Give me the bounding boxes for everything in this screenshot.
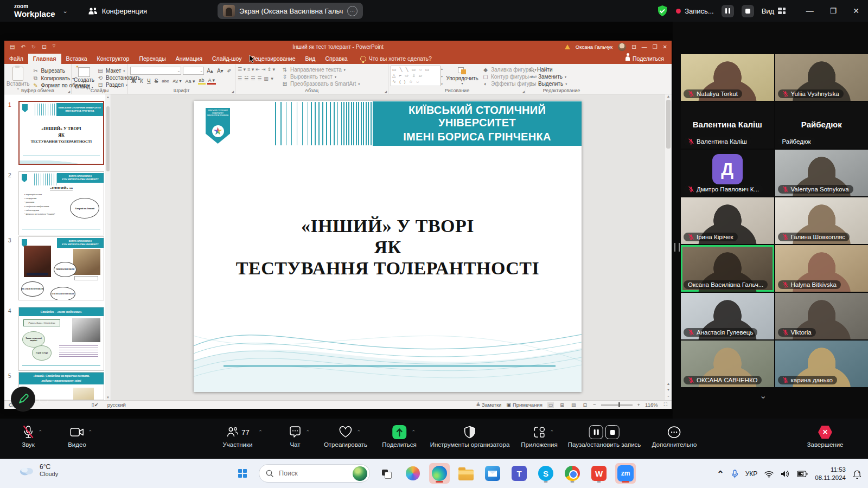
apps-button[interactable]: ⌃ Приложения bbox=[521, 424, 557, 448]
shadow-button[interactable]: abc bbox=[161, 79, 170, 84]
char-spacing-button[interactable]: AV̲ ▾ bbox=[171, 79, 182, 84]
tab-shared-screen[interactable]: Экран (Оксана Василівна Гальч ⋯ bbox=[218, 3, 363, 19]
align-center-button[interactable]: ☱ bbox=[244, 76, 249, 81]
dialog-launcher-icon[interactable]: ◢ bbox=[384, 89, 387, 93]
font-color-button[interactable]: A ▾ bbox=[207, 78, 216, 85]
account-avatar[interactable] bbox=[618, 43, 626, 51]
new-slide-button[interactable]: Создать слайд ▾ bbox=[74, 66, 94, 89]
participant-tile-Ірина Кірічек[interactable]: Ірина Кірічек bbox=[681, 197, 774, 244]
convert-smartart-button[interactable]: ⊞Преобразовать в SmartArt▾ bbox=[282, 81, 360, 87]
annotation-pencil-button[interactable] bbox=[11, 387, 35, 411]
text-direction-button[interactable]: ⇅Направление текста▾ bbox=[282, 67, 360, 73]
dialog-launcher-icon[interactable]: ◢ bbox=[522, 89, 525, 93]
host-tools-button[interactable]: Инструменты организатора bbox=[430, 424, 510, 448]
underline-button[interactable]: Ч bbox=[146, 78, 152, 84]
strikethrough-button[interactable]: S bbox=[154, 78, 159, 84]
wps-button[interactable]: W bbox=[589, 463, 609, 484]
participant-tile-карина данько[interactable]: карина данько bbox=[775, 341, 868, 387]
decrease-indent-button[interactable]: ⇤ bbox=[256, 67, 260, 72]
audio-button[interactable]: ⌃ Звук bbox=[22, 424, 35, 448]
thumbnail-scrollbar[interactable]: ▲▼ bbox=[105, 94, 111, 400]
tab-meeting[interactable]: Конференция bbox=[88, 7, 147, 15]
clock[interactable]: 11:53 08.11.2024 bbox=[815, 466, 846, 482]
more-button[interactable]: Дополнительно bbox=[652, 424, 697, 448]
account-name[interactable]: Оксана Гальчук bbox=[576, 44, 612, 50]
align-left-button[interactable]: ☰ bbox=[238, 76, 242, 81]
restore-button[interactable]: ❐ bbox=[830, 7, 837, 15]
participant-tile-ОКСАНА САВЧЕНКО[interactable]: ОКСАНА САВЧЕНКО bbox=[681, 341, 774, 387]
participant-tile-Valentyna Sotnykova[interactable]: Valentyna Sotnykova bbox=[775, 150, 868, 196]
volume-icon[interactable] bbox=[781, 470, 790, 478]
ppt-close-button[interactable]: ✕ bbox=[663, 44, 667, 50]
weather-widget[interactable]: 6°C Cloudy bbox=[18, 463, 58, 477]
font-name-select[interactable]: ⌄ bbox=[130, 67, 181, 75]
ppt-tab-Вставка[interactable]: Вставка bbox=[61, 54, 92, 64]
bullets-button[interactable]: ☰ ▾ bbox=[238, 67, 246, 72]
participant-tile-Анастасія Гулевець[interactable]: Анастасія Гулевець bbox=[681, 293, 774, 339]
taskbar-search[interactable] bbox=[259, 464, 370, 483]
shapes-scroll[interactable]: ▴▾▾ bbox=[441, 66, 443, 87]
slide-thumbnail-1[interactable]: 1 КИЇВСЬКИЙ СТОЛИЧНИЙ УНІВЕРСИТЕТІМЕНІ Б… bbox=[4, 101, 107, 166]
shapes-gallery[interactable]: ▭ ╲ ╲ ▭ ○ ▭ △ ⌐ ⇨ ⇩ ▱ ∿ ( ) ☆ ⌣ bbox=[391, 66, 441, 86]
zoom-in-button[interactable]: + bbox=[637, 402, 641, 408]
slide-thumbnail-2[interactable]: 2 BORYS GRINCHENKOKYIV METROPOLITAN UNIV… bbox=[4, 171, 107, 236]
start-button[interactable] bbox=[232, 463, 253, 484]
minimize-button[interactable]: — bbox=[806, 7, 814, 15]
stop-recording-button[interactable] bbox=[742, 5, 754, 17]
teams-button[interactable]: T bbox=[509, 463, 529, 484]
columns-button[interactable]: ▥ ▾ bbox=[264, 76, 274, 81]
participant-tile-Дмитро Павлович К...[interactable]: ДДмитро Павлович К... bbox=[681, 150, 774, 196]
participant-tile-Halyna Bitkivska[interactable]: Halyna Bitkivska bbox=[775, 245, 868, 292]
tray-mic-icon[interactable] bbox=[731, 470, 738, 479]
ribbon-display-options-icon[interactable]: ⊟ bbox=[631, 44, 636, 50]
arrange-button[interactable]: Упорядочить▾ bbox=[446, 66, 478, 87]
more-options-icon[interactable]: ⋯ bbox=[347, 6, 358, 16]
dialog-launcher-icon[interactable]: ◢ bbox=[67, 89, 70, 93]
react-button[interactable]: ⌃ Отреагировать bbox=[324, 424, 367, 448]
participant-tile-Nataliya Torkut[interactable]: Nataliya Torkut bbox=[681, 54, 774, 101]
justify-button[interactable]: ☰ bbox=[257, 76, 262, 81]
view-button[interactable]: Вид bbox=[762, 7, 786, 15]
end-meeting-button[interactable]: ✕ Завершение bbox=[807, 424, 844, 448]
ppt-tab-Справка[interactable]: Справка bbox=[321, 54, 353, 64]
slideshow-view-button[interactable]: ⊡ bbox=[582, 402, 588, 408]
pause-recording-button[interactable] bbox=[722, 5, 734, 17]
tell-me-box[interactable]: Что вы хотите сделать? bbox=[360, 55, 432, 64]
ppt-tab-Вид[interactable]: Вид bbox=[301, 54, 321, 64]
ppt-share-button[interactable]: Поделиться bbox=[626, 55, 664, 64]
ppt-tab-Главная[interactable]: Главная bbox=[28, 54, 61, 64]
participant-tile-Галина Шовкопляс[interactable]: Галина Шовкопляс bbox=[775, 197, 868, 244]
search-input[interactable] bbox=[278, 469, 348, 478]
main-slide[interactable]: КИЇВСЬКИЙ СТОЛИЧНИЙ УНІВЕРСИТЕТІМЕНІ БОР… bbox=[194, 101, 582, 392]
chat-button[interactable]: ⌃ Чат bbox=[289, 424, 302, 448]
zoom-slider[interactable] bbox=[601, 404, 633, 406]
video-button[interactable]: ⌃ Видео bbox=[68, 424, 86, 448]
close-button[interactable]: ✕ bbox=[853, 7, 859, 15]
battery-icon[interactable] bbox=[797, 471, 808, 477]
find-button[interactable]: Найти bbox=[529, 67, 595, 73]
copilot-button[interactable] bbox=[403, 463, 423, 484]
paste-button[interactable]: Вставить▾ bbox=[7, 66, 29, 91]
wifi-icon[interactable] bbox=[764, 471, 774, 478]
stop-record-icon[interactable] bbox=[605, 425, 620, 439]
increase-indent-button[interactable]: ⇥ bbox=[261, 67, 266, 72]
ppt-tab-Переходы[interactable]: Переходы bbox=[134, 54, 170, 64]
ppt-tab-Файл[interactable]: Файл bbox=[4, 54, 28, 64]
pause-record-icon[interactable] bbox=[589, 425, 603, 439]
line-spacing-button[interactable]: ⇕ ▾ bbox=[267, 67, 275, 72]
reading-view-button[interactable]: ▤ bbox=[570, 402, 577, 408]
italic-button[interactable]: К bbox=[139, 78, 144, 84]
ppt-restore-button[interactable]: ❐ bbox=[653, 44, 658, 50]
numbering-button[interactable]: ≡ ▾ bbox=[247, 67, 254, 72]
align-text-button[interactable]: ⇳Выровнять текст▾ bbox=[282, 74, 360, 80]
more-participants-button[interactable]: ⌄ bbox=[760, 390, 767, 401]
shrink-font-button[interactable]: A▾ bbox=[216, 68, 225, 74]
select-button[interactable]: ▷Выделить▾ bbox=[529, 81, 595, 87]
zoom-out-button[interactable]: − bbox=[593, 402, 596, 408]
align-right-button[interactable]: ☲ bbox=[251, 76, 256, 81]
slide-thumbnail-3[interactable]: 3 BORYS GRINCHENKOKYIV METROPOLITAN UNIV… bbox=[4, 236, 107, 301]
chrome-button[interactable] bbox=[562, 463, 583, 484]
canvas-scrollbar[interactable]: ▲ ▲▼⌄ bbox=[665, 94, 672, 400]
zoom-level[interactable]: 116% bbox=[645, 402, 658, 408]
edge-button[interactable] bbox=[429, 463, 450, 484]
